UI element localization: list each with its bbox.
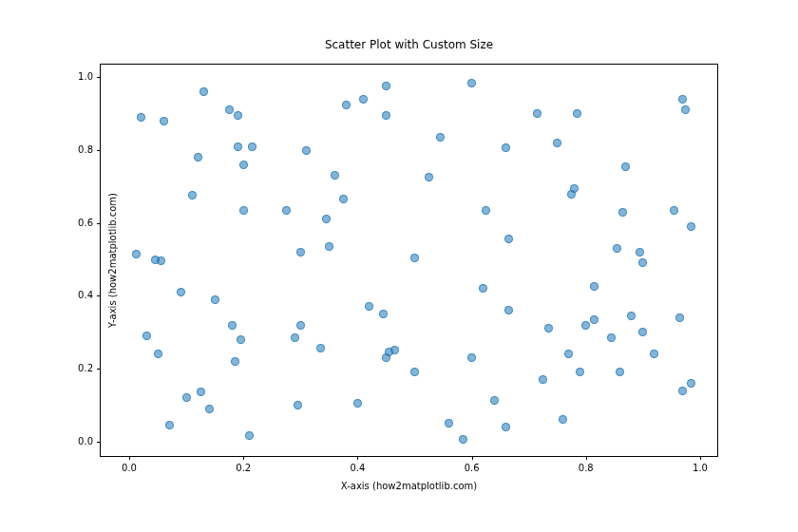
data-point (573, 109, 581, 118)
data-point (445, 419, 453, 428)
data-point (200, 87, 208, 96)
data-point (627, 312, 636, 320)
y-tick-label: 0.4 (78, 291, 93, 300)
data-point (331, 171, 339, 180)
data-point (436, 133, 445, 142)
data-point (231, 357, 239, 366)
chart-axes: Scatter Plot with Custom Size X-axis (ho… (100, 64, 718, 457)
data-point (502, 143, 510, 152)
data-point (182, 393, 191, 402)
data-point (581, 321, 590, 330)
data-point (425, 173, 433, 181)
data-point (225, 105, 234, 114)
data-point (559, 415, 567, 424)
data-point (228, 321, 237, 330)
data-point (339, 195, 348, 203)
data-point (365, 302, 373, 311)
x-tick-label: 1.0 (693, 464, 708, 473)
data-point (590, 282, 598, 291)
x-tick-label: 0.2 (236, 464, 251, 473)
data-point (382, 111, 390, 120)
data-point (282, 206, 291, 215)
data-point (188, 191, 197, 200)
data-point (544, 324, 553, 332)
y-tick-label: 0.8 (78, 145, 93, 155)
data-point (245, 431, 254, 440)
data-point (137, 113, 145, 122)
data-point (410, 254, 419, 262)
data-point (502, 423, 510, 431)
data-point (239, 161, 248, 169)
data-point (687, 379, 695, 388)
data-point (638, 328, 647, 336)
data-point (616, 368, 624, 376)
data-point (205, 405, 214, 413)
data-point (390, 346, 399, 354)
data-point (607, 333, 616, 342)
x-tick-label: 0.4 (350, 464, 365, 473)
data-point (296, 248, 305, 256)
data-point (132, 250, 141, 258)
data-point (294, 401, 302, 409)
y-tick-label: 0.6 (78, 218, 93, 228)
data-point (479, 284, 487, 293)
data-point (142, 332, 151, 340)
data-point (467, 353, 476, 362)
data-point (490, 396, 499, 405)
scatter-points (101, 65, 717, 456)
y-tick-label: 0.0 (78, 437, 93, 446)
data-point (482, 206, 490, 215)
x-tick-label: 0.8 (579, 464, 594, 473)
data-point (678, 387, 687, 395)
data-point (410, 368, 419, 376)
data-point (590, 315, 598, 324)
data-point (379, 310, 388, 318)
data-point (650, 350, 658, 358)
data-point (570, 184, 579, 193)
data-point (539, 375, 547, 384)
data-point (678, 95, 687, 104)
data-point (291, 333, 299, 342)
x-axis-label: X-axis (how2matplotlib.com) (341, 481, 477, 491)
data-point (157, 256, 165, 265)
data-point (239, 206, 248, 215)
data-point (248, 142, 256, 151)
data-point (638, 258, 647, 267)
data-point (154, 350, 162, 358)
data-point (325, 242, 333, 251)
data-point (353, 399, 362, 408)
data-point (342, 101, 351, 109)
data-point (618, 208, 627, 217)
data-point (165, 421, 174, 429)
data-point (302, 146, 311, 155)
data-point (670, 206, 678, 215)
data-point (681, 105, 690, 114)
data-point (687, 222, 695, 231)
data-point (504, 235, 513, 243)
data-point (160, 117, 168, 125)
data-point (234, 111, 242, 120)
data-point (194, 153, 202, 162)
data-point (504, 306, 513, 314)
figure: Scatter Plot with Custom Size X-axis (ho… (0, 0, 798, 532)
data-point (533, 109, 542, 118)
data-point (467, 79, 476, 87)
data-point (564, 350, 573, 358)
data-point (237, 335, 245, 344)
x-tick-label: 0.6 (465, 464, 480, 473)
data-point (322, 215, 331, 223)
data-point (576, 368, 584, 376)
data-point (675, 314, 684, 322)
data-point (382, 82, 390, 90)
data-point (636, 248, 644, 256)
data-point (621, 162, 630, 171)
data-point (296, 321, 305, 330)
data-point (211, 295, 219, 304)
data-point (553, 139, 561, 147)
data-point (177, 288, 185, 296)
y-tick-label: 0.2 (78, 364, 93, 373)
chart-title: Scatter Plot with Custom Size (325, 38, 493, 51)
data-point (234, 142, 242, 151)
data-point (459, 435, 467, 444)
x-tick-label: 0.0 (122, 464, 137, 473)
